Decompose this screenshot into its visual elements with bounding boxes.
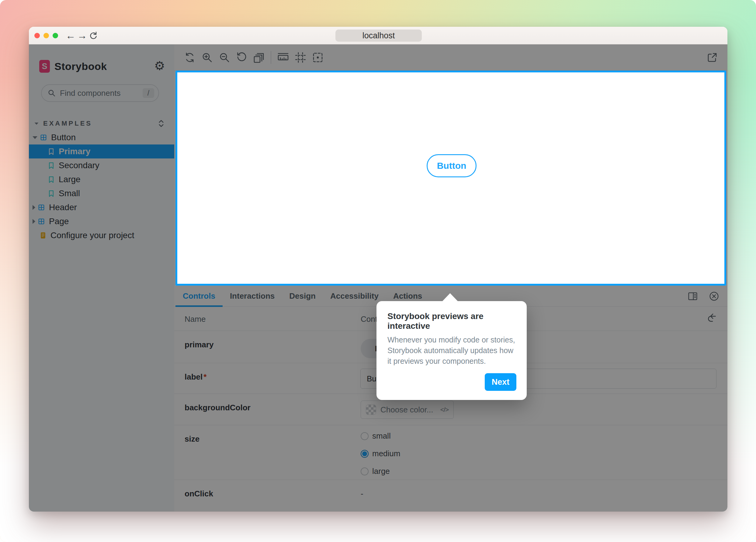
control-name: onClick <box>174 480 350 512</box>
sidebar-item-header[interactable]: Header <box>29 200 174 214</box>
component-grid-icon <box>40 134 47 141</box>
component-grid-icon <box>38 204 45 211</box>
control-row-onclick: onClick - <box>174 480 727 512</box>
color-swatch-icon[interactable] <box>366 405 376 415</box>
zoom-reset-icon[interactable] <box>233 44 250 71</box>
control-row-size: size small medium <box>174 425 727 480</box>
settings-gear-icon[interactable]: ⚙ <box>153 59 166 72</box>
tab-controls[interactable]: Controls <box>175 286 223 307</box>
sidebar-item-secondary[interactable]: Secondary <box>29 158 174 172</box>
column-header-name: Name <box>185 314 206 324</box>
app-content: S Storybook ⚙ / EXAMPLES <box>29 44 727 512</box>
caret-down-icon <box>33 136 37 139</box>
control-name: label* <box>174 363 350 394</box>
browser-window: ← → localhost S Storybook ⚙ <box>29 27 727 512</box>
browser-titlebar: ← → localhost <box>29 27 727 44</box>
tooltip-body: Whenever you modify code or stories, Sto… <box>387 335 516 367</box>
tour-tooltip: Storybook previews are interactive Whene… <box>376 301 527 400</box>
main-area: Button Controls Interactions Design Acce… <box>174 44 727 512</box>
component-tree: EXAMPLES <box>29 116 174 242</box>
sidebar: S Storybook ⚙ / EXAMPLES <box>29 44 174 512</box>
caret-right-icon <box>33 205 35 210</box>
sidebar-item-button[interactable]: Button <box>29 130 174 144</box>
radio-checked-icon[interactable] <box>361 450 369 458</box>
search-box[interactable]: / <box>41 84 159 102</box>
tooltip-title: Storybook previews are interactive <box>387 311 516 331</box>
remount-icon[interactable] <box>181 44 198 71</box>
open-external-icon[interactable] <box>703 44 721 71</box>
no-control-value: - <box>361 485 716 499</box>
address-bar-url: localhost <box>362 31 395 40</box>
caret-right-icon <box>33 219 35 224</box>
sidebar-item-page[interactable]: Page <box>29 214 174 228</box>
close-panel-icon[interactable] <box>707 290 721 303</box>
browser-forward-button[interactable]: → <box>77 27 88 44</box>
spotlight-icon[interactable] <box>309 44 326 71</box>
preview-button-component[interactable]: Button <box>427 154 477 177</box>
storybook-logo-icon: S <box>39 60 50 73</box>
component-grid-icon <box>38 218 45 225</box>
desktop-background: ← → localhost S Storybook ⚙ <box>0 0 756 542</box>
sidebar-item-configure-your-project[interactable]: Configure your project <box>29 228 174 242</box>
collapse-expand-all-icon[interactable] <box>157 119 166 128</box>
background-color-input[interactable]: Choose color... </> <box>361 401 454 419</box>
brand-title: Storybook <box>54 61 107 72</box>
storybook-brand[interactable]: S Storybook <box>39 60 107 73</box>
tab-design[interactable]: Design <box>282 286 323 307</box>
bookmark-icon <box>48 148 54 155</box>
next-button[interactable]: Next <box>485 373 516 391</box>
caret-down-icon <box>35 122 39 124</box>
outline-grid-icon[interactable] <box>292 44 309 71</box>
size-radio-group: small medium large <box>361 431 716 476</box>
control-name: primary <box>174 331 350 363</box>
search-input[interactable] <box>60 89 143 98</box>
tab-accessibility[interactable]: Accessibility <box>323 286 386 307</box>
bookmark-icon <box>48 190 54 197</box>
viewports-icon[interactable] <box>250 44 268 71</box>
radio-option-medium[interactable]: medium <box>361 449 716 458</box>
control-name: size <box>174 425 350 480</box>
zoom-in-icon[interactable] <box>198 44 216 71</box>
tree-section-examples[interactable]: EXAMPLES <box>29 116 174 130</box>
measure-icon[interactable] <box>274 44 292 71</box>
minimize-window-button[interactable] <box>43 33 49 38</box>
close-window-button[interactable] <box>34 33 40 38</box>
maximize-window-button[interactable] <box>53 33 58 38</box>
browser-reload-button[interactable] <box>88 27 99 44</box>
bookmark-icon <box>48 176 54 183</box>
sidebar-item-primary[interactable]: Primary <box>29 144 174 158</box>
search-shortcut-badge: / <box>143 88 154 98</box>
radio-icon[interactable] <box>361 432 369 440</box>
document-icon <box>40 232 46 239</box>
search-icon <box>48 89 56 97</box>
color-placeholder: Choose color... <box>380 405 436 415</box>
address-bar[interactable]: localhost <box>335 30 422 42</box>
sidebar-item-large[interactable]: Large <box>29 172 174 186</box>
raw-value-toggle-icon[interactable]: </> <box>440 406 449 413</box>
toolbar-divider <box>271 51 271 64</box>
radio-icon[interactable] <box>361 467 369 475</box>
reset-controls-icon[interactable] <box>706 312 718 327</box>
zoom-out-icon[interactable] <box>216 44 233 71</box>
required-asterisk: * <box>203 372 206 381</box>
panel-position-icon[interactable] <box>686 290 699 303</box>
radio-option-large[interactable]: large <box>361 467 716 476</box>
control-name: backgroundColor <box>174 394 350 425</box>
sidebar-item-small[interactable]: Small <box>29 186 174 200</box>
bookmark-icon <box>48 162 54 169</box>
radio-option-small[interactable]: small <box>361 431 716 441</box>
tab-interactions[interactable]: Interactions <box>223 286 282 307</box>
canvas-toolbar <box>174 44 727 71</box>
browser-back-button[interactable]: ← <box>65 27 76 44</box>
